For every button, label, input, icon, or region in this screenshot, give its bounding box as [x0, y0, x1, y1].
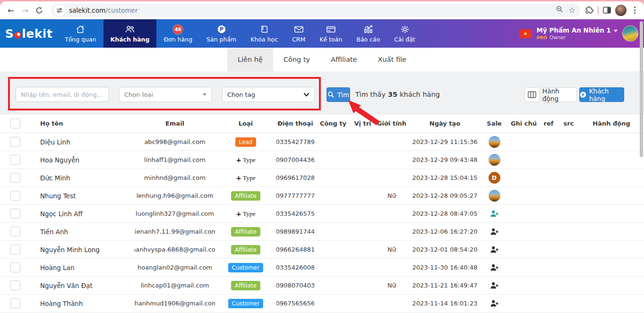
- row-actions-menu-icon[interactable]: [579, 190, 582, 201]
- nav-item-5[interactable]: CRM: [285, 19, 312, 48]
- select-all-checkbox[interactable]: [10, 118, 20, 128]
- column-header[interactable]: Điện thoại: [276, 120, 314, 127]
- type-badge-affiliate: Affiliate: [231, 245, 260, 254]
- vietnam-flag-icon[interactable]: ★: [519, 29, 532, 38]
- assign-sale-icon[interactable]: [490, 245, 499, 254]
- column-header[interactable]: src: [558, 120, 579, 127]
- customer-name[interactable]: Nhung Test: [31, 192, 135, 200]
- tag-select[interactable]: Chọn tag: [222, 87, 315, 102]
- customer-name[interactable]: Diệu Linh: [31, 138, 135, 146]
- customer-name[interactable]: Ngọc Linh Aff: [31, 210, 135, 218]
- nav-item-4[interactable]: Khóa học: [243, 19, 285, 48]
- customer-name[interactable]: Tiến Anh: [31, 228, 135, 236]
- row-actions-menu-icon[interactable]: [579, 280, 582, 291]
- customer-name[interactable]: Đức Minh: [31, 174, 135, 182]
- row-checkbox[interactable]: [10, 227, 20, 237]
- url-bar[interactable]: salekit.com/customer ☆: [51, 4, 580, 17]
- row-actions-menu-icon[interactable]: [579, 154, 582, 165]
- tab-2[interactable]: Affiliate: [320, 48, 368, 71]
- zoom-out-icon[interactable]: [556, 5, 564, 15]
- row-checkbox[interactable]: [10, 191, 20, 201]
- row-actions-menu-icon[interactable]: [579, 172, 582, 183]
- nav-item-8[interactable]: Cài đặt: [387, 19, 422, 48]
- nav-item-6[interactable]: Kế toán: [312, 19, 349, 48]
- nav-item-2[interactable]: 46Đơn hàng: [156, 19, 199, 48]
- account-name: Mỹ Phẩm An Nhiên 1: [537, 26, 611, 34]
- row-checkbox[interactable]: [10, 245, 20, 254]
- column-header[interactable]: Ngày tạo: [410, 120, 480, 127]
- site-info-icon[interactable]: [54, 5, 65, 16]
- column-header[interactable]: Email: [135, 120, 215, 127]
- column-header[interactable]: Công ty: [314, 120, 352, 127]
- row-checkbox[interactable]: [10, 280, 20, 290]
- actions-button[interactable]: Hành động: [542, 87, 577, 102]
- side-panel-icon[interactable]: [602, 6, 611, 15]
- row-checkbox[interactable]: [10, 137, 20, 147]
- type-badge-lead: Lead: [235, 137, 257, 147]
- nav-item-3[interactable]: PSản phẩm: [199, 19, 243, 48]
- forward-icon[interactable]: →: [18, 3, 32, 17]
- bookmark-star-icon[interactable]: ☆: [568, 6, 575, 15]
- row-checkbox[interactable]: [10, 173, 20, 183]
- account-menu[interactable]: Mỹ Phẩm An Nhiên 1 PROOwner: [537, 26, 618, 41]
- extensions-icon[interactable]: [585, 6, 594, 15]
- reload-icon[interactable]: [32, 3, 46, 17]
- nav-item-1[interactable]: Khách hàng: [103, 19, 157, 48]
- search-button[interactable]: Tìm: [326, 87, 350, 102]
- row-actions-menu-icon[interactable]: [579, 136, 582, 147]
- table-header-row: Họ tênEmailLoạiĐiện thoạiCông tyVị tríGi…: [0, 114, 644, 133]
- customer-name[interactable]: Hoàng Thành: [31, 300, 135, 307]
- type-select[interactable]: Chọn loại: [119, 87, 212, 102]
- browser-menu-icon[interactable]: [630, 5, 639, 16]
- column-header[interactable]: Hành động: [579, 120, 644, 127]
- column-settings-button[interactable]: [524, 87, 540, 102]
- row-checkbox[interactable]: [10, 209, 20, 219]
- customer-email: lenhung.h96@gmail.com: [135, 192, 215, 199]
- account-avatar[interactable]: [622, 25, 638, 42]
- add-type-button[interactable]: +Type: [236, 174, 256, 182]
- back-icon[interactable]: ←: [4, 3, 18, 17]
- column-header[interactable]: Sale: [480, 120, 509, 127]
- nav-item-label: Cài đặt: [394, 36, 415, 43]
- row-actions-menu-icon[interactable]: [579, 298, 582, 309]
- nav-item-0[interactable]: Tổng quan: [58, 19, 103, 48]
- add-customer-button[interactable]: Khách hàng: [579, 87, 624, 102]
- row-actions-menu-icon[interactable]: [579, 262, 582, 273]
- search-input[interactable]: [16, 87, 109, 102]
- assign-sale-icon[interactable]: [490, 210, 499, 218]
- tab-0[interactable]: Liên hệ: [227, 48, 273, 71]
- customer-created: 2023-11-21 16:49:47: [410, 282, 480, 289]
- tab-1[interactable]: Công ty: [273, 48, 320, 71]
- column-header[interactable]: Vị trí: [352, 120, 373, 127]
- row-actions-menu-icon[interactable]: [579, 208, 582, 219]
- type-badge-customer: Customer: [228, 299, 263, 308]
- row-checkbox[interactable]: [10, 262, 20, 272]
- customer-name[interactable]: Hoàng Lan: [31, 264, 135, 271]
- assign-sale-icon[interactable]: [490, 228, 499, 236]
- column-header[interactable]: Họ tên: [31, 120, 135, 127]
- column-header[interactable]: Giới tính: [373, 120, 410, 127]
- row-checkbox[interactable]: [10, 298, 20, 308]
- customer-name[interactable]: Nguyễn Minh Long: [31, 246, 135, 254]
- assign-sale-icon[interactable]: [490, 281, 499, 289]
- assign-sale-icon[interactable]: [490, 263, 499, 271]
- table-row: Ngọc Linh Affluonglinh327@gmail.com+Type…: [0, 205, 644, 223]
- tab-3[interactable]: Xuất file: [368, 48, 417, 71]
- table-row: Tiến Anhtienanh7.11.99@gmail.comAffiliat…: [0, 223, 644, 241]
- customer-name[interactable]: Hoa Nguyễn: [31, 156, 135, 164]
- salekit-logo[interactable]: Slekit: [0, 19, 58, 48]
- add-type-button[interactable]: +Type: [236, 210, 256, 218]
- browser-profile-avatar[interactable]: [615, 5, 627, 16]
- column-header[interactable]: ref: [539, 120, 558, 127]
- gear-icon: [400, 24, 410, 34]
- row-actions-menu-icon[interactable]: [579, 244, 582, 255]
- row-actions-menu-icon[interactable]: [579, 226, 582, 237]
- customer-name[interactable]: Nguyễn Văn Đạt: [31, 282, 135, 289]
- page-scrollbar[interactable]: [640, 21, 643, 157]
- column-header[interactable]: Ghi chú: [509, 120, 539, 127]
- column-header[interactable]: Loại: [215, 120, 276, 127]
- nav-item-7[interactable]: Báo cáo: [349, 19, 387, 48]
- assign-sale-icon[interactable]: [490, 299, 499, 307]
- add-type-button[interactable]: +Type: [236, 156, 256, 164]
- row-checkbox[interactable]: [10, 155, 20, 165]
